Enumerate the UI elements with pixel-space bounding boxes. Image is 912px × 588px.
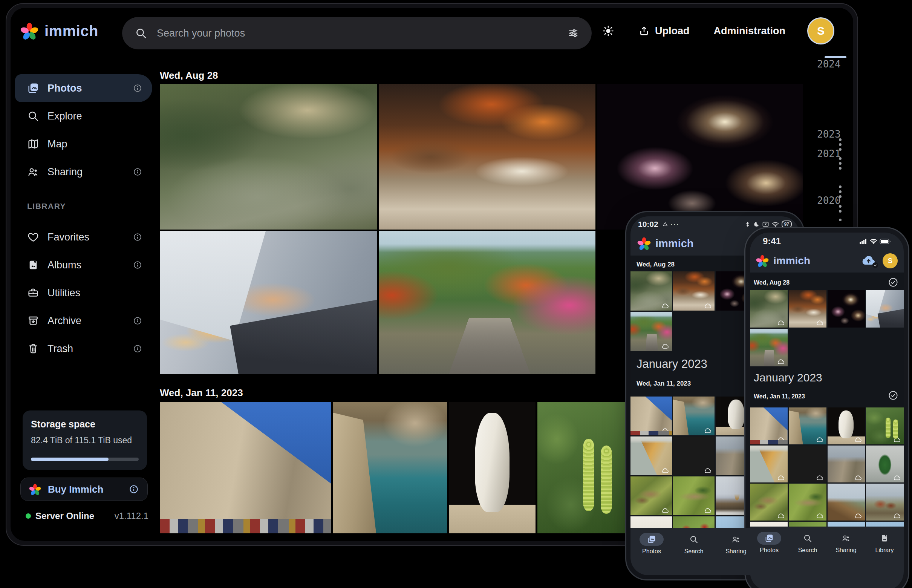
upload-button[interactable]: Upload xyxy=(636,25,692,37)
photo-thumbnail-zoo[interactable] xyxy=(750,290,788,328)
info-icon[interactable] xyxy=(132,232,142,242)
photo-thumbnail-autumn[interactable] xyxy=(631,312,672,351)
phone-app-header: immich S xyxy=(750,250,904,272)
sidebar-item-sharing[interactable]: Sharing xyxy=(15,158,152,186)
photo-thumbnail-autumn[interactable] xyxy=(379,231,596,374)
storage-progress-bar xyxy=(31,457,139,461)
cloud-synced-icon xyxy=(854,513,862,519)
storage-title: Storage space xyxy=(31,419,95,430)
photo-thumbnail-fireworks[interactable] xyxy=(597,84,803,229)
photo-thumbnail-cliff[interactable] xyxy=(631,436,672,475)
photo-thumbnail-castle[interactable] xyxy=(631,397,672,435)
photo-thumbnail-houses[interactable] xyxy=(866,484,904,520)
photo-thumbnail-bust[interactable] xyxy=(449,402,536,533)
buy-immich-button[interactable]: Buy Immich xyxy=(20,478,148,501)
nav-tab-search[interactable]: Search xyxy=(788,527,827,588)
info-icon[interactable] xyxy=(132,83,142,93)
photo-thumbnail-ruin[interactable] xyxy=(828,446,865,483)
photo-thumbnail-cliff[interactable] xyxy=(750,446,788,483)
heart-icon xyxy=(27,231,39,243)
cloud-synced-icon xyxy=(777,513,785,519)
photo-thumbnail-seafort[interactable] xyxy=(673,397,715,435)
photo-thumbnail-dinner[interactable] xyxy=(789,290,826,328)
photo-thumbnail-bridge[interactable] xyxy=(828,484,865,520)
bluetooth-icon xyxy=(745,221,750,228)
photo-thumbnail-seafort[interactable] xyxy=(333,402,447,533)
photo-thumbnail-seafort[interactable] xyxy=(789,407,826,444)
sidebar-item-explore[interactable]: Explore xyxy=(15,102,152,130)
photo-thumbnail-autumn[interactable] xyxy=(750,329,788,367)
photo-thumbnail-sculpture[interactable] xyxy=(789,446,826,483)
immich-logo[interactable]: immich xyxy=(20,8,98,54)
timeline-year[interactable]: 2020 xyxy=(817,195,841,206)
photo-thumbnail-zoo[interactable] xyxy=(160,84,377,229)
info-icon[interactable] xyxy=(132,260,142,270)
status-time: 9:41 xyxy=(763,236,781,247)
photo-thumbnail-hands[interactable] xyxy=(160,231,377,374)
sidebar-item-archive[interactable]: Archive xyxy=(15,307,152,335)
photo-thumbnail-lizard2[interactable] xyxy=(673,477,715,515)
immich-flower-icon xyxy=(637,237,651,250)
theme-toggle-button[interactable] xyxy=(600,24,617,37)
photo-thumbnail-castle[interactable] xyxy=(160,402,331,533)
photo-thumbnail-xmas[interactable] xyxy=(866,446,904,483)
photo-thumbnail-fireworks[interactable] xyxy=(828,290,865,328)
photo-thumbnail-castle[interactable] xyxy=(750,407,788,444)
cellular-signal-icon xyxy=(859,238,868,244)
timeline-year[interactable]: 2023 xyxy=(817,129,841,140)
backup-cloud-icon[interactable] xyxy=(861,255,876,267)
sidebar-label: Archive xyxy=(47,315,81,327)
trash-icon xyxy=(27,342,39,355)
active-pill xyxy=(757,532,781,544)
info-icon[interactable] xyxy=(132,344,142,354)
search-input[interactable] xyxy=(156,27,558,40)
info-icon[interactable] xyxy=(132,167,142,177)
map-icon xyxy=(27,138,39,150)
month-header: January 2023 xyxy=(636,357,707,371)
photo-thumbnail-bust[interactable] xyxy=(828,407,865,444)
nav-tab-photos[interactable]: Photos xyxy=(750,527,788,588)
photo-thumbnail-lizard2[interactable] xyxy=(789,484,826,520)
nav-tab-sharing[interactable]: Sharing xyxy=(827,527,865,588)
info-icon[interactable] xyxy=(132,316,142,326)
sidebar-item-favorites[interactable]: Favorites xyxy=(15,223,152,251)
logo-wordmark: immich xyxy=(44,23,98,40)
sidebar-item-utilities[interactable]: Utilities xyxy=(15,279,152,307)
nav-tab-library[interactable]: Library xyxy=(865,527,904,588)
timeline-year[interactable]: 2021 xyxy=(817,148,841,160)
storage-space-card: Storage space 82.4 TiB of 115.1 TiB used xyxy=(23,410,147,470)
wifi-icon xyxy=(870,239,877,244)
cloud-synced-icon xyxy=(815,437,824,443)
nav-tab-photos[interactable]: Photos xyxy=(631,528,673,575)
photo-thumbnail-berries[interactable] xyxy=(538,402,625,533)
sidebar-item-map[interactable]: Map xyxy=(15,130,152,158)
photo-thumbnail-dinner[interactable] xyxy=(379,84,596,229)
wifi-icon xyxy=(772,221,779,227)
info-icon[interactable] xyxy=(129,484,139,494)
timeline-year[interactable]: 2024 xyxy=(817,58,841,70)
nav-label: Sharing xyxy=(836,547,856,554)
administration-link[interactable]: Administration xyxy=(711,25,788,37)
user-avatar[interactable]: S xyxy=(883,253,897,268)
search-bar[interactable] xyxy=(122,17,592,49)
photo-thumbnail-lizard1[interactable] xyxy=(631,477,672,515)
cloud-synced-icon xyxy=(893,475,901,481)
sidebar-label: Trash xyxy=(47,343,73,355)
photo-thumbnail-dinner[interactable] xyxy=(673,271,715,310)
nav-tab-search[interactable]: Search xyxy=(673,528,715,575)
photo-thumbnail-hands[interactable] xyxy=(866,290,904,328)
photo-thumbnail-sculpture[interactable] xyxy=(673,436,715,475)
select-all-check-icon[interactable] xyxy=(888,390,898,401)
photo-thumbnail-berries[interactable] xyxy=(866,407,904,444)
timeline-position-marker xyxy=(825,56,846,58)
select-all-check-icon[interactable] xyxy=(888,277,898,288)
cloud-synced-icon xyxy=(893,320,901,326)
search-filter-icon[interactable] xyxy=(568,27,579,39)
photo-thumbnail-lizard1[interactable] xyxy=(750,484,788,520)
sidebar-item-photos[interactable]: Photos xyxy=(15,74,152,102)
sidebar-item-albums[interactable]: Albums xyxy=(15,251,152,279)
sidebar-item-trash[interactable]: Trash xyxy=(15,335,152,363)
cloud-synced-icon xyxy=(893,437,901,443)
photo-thumbnail-zoo[interactable] xyxy=(631,271,672,310)
user-avatar[interactable]: S xyxy=(807,17,835,44)
